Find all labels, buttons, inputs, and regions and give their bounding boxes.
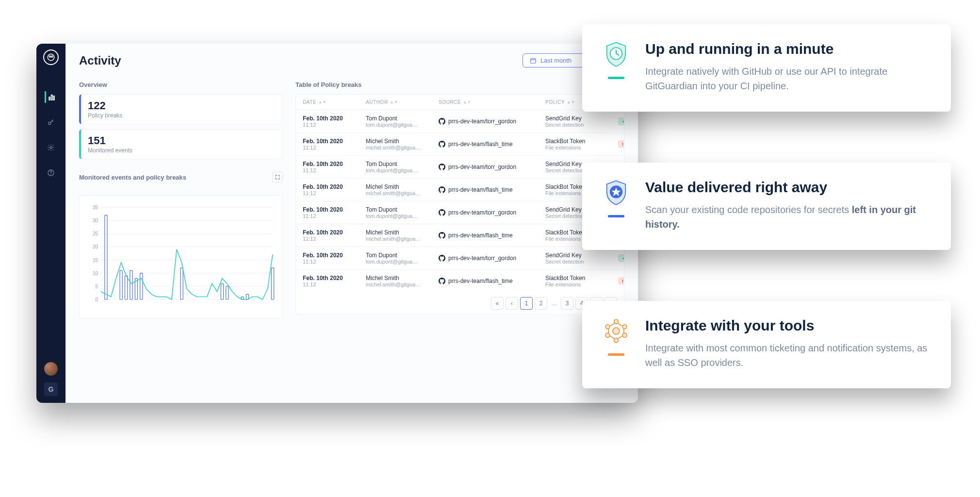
svg-point-43	[622, 325, 627, 329]
page-title: Activity	[79, 54, 121, 67]
table-row[interactable]: Feb. 10th 202011:12Tom Duponttom.dupont@…	[296, 247, 624, 270]
svg-rect-3	[49, 97, 50, 100]
table-row[interactable]: Feb. 10th 202011:12Michel Smithmichel.sm…	[296, 270, 624, 292]
period-label: Last month	[540, 57, 572, 64]
table-row[interactable]: Feb. 10th 202011:12Tom Duponttom.dupont@…	[296, 201, 624, 224]
cell-author: Michel Smithmichel.smith@gitgua…	[366, 275, 434, 287]
feature-body: Integrate with most common ticketing and…	[645, 341, 931, 370]
svg-rect-35	[226, 286, 229, 299]
table-title: Table of Policy breaks	[295, 81, 624, 88]
cell-policy: SlackBot TokenFile extensions	[545, 275, 613, 287]
feature-card-value: Value delivered right away Scan your exi…	[582, 163, 951, 250]
table-row[interactable]: Feb. 10th 202011:12Michel Smithmichel.sm…	[296, 179, 624, 201]
cell-date: Feb. 10th 202011:12	[303, 275, 361, 287]
svg-rect-29	[125, 276, 127, 299]
integration-icon	[603, 317, 630, 345]
pagination-button[interactable]: «	[491, 297, 504, 310]
github-icon	[439, 278, 445, 284]
svg-text:30: 30	[93, 218, 98, 223]
svg-point-41	[613, 328, 620, 334]
cell-policy: SendGrid KeySecret detection	[545, 115, 613, 128]
svg-text:10: 10	[93, 271, 98, 276]
feature-card-setup: Up and running in a minute Integrate nat…	[582, 24, 951, 112]
feature-underline	[608, 353, 624, 356]
svg-point-1	[49, 56, 50, 57]
cell-date: Feb. 10th 202011:12	[303, 183, 361, 196]
svg-rect-28	[120, 270, 122, 299]
table-row[interactable]: Feb. 10th 202011:12Michel Smithmichel.sm…	[296, 133, 624, 156]
app-logo[interactable]	[43, 50, 59, 65]
table-row[interactable]: Feb. 10th 202011:12Tom Duponttom.dupont@…	[296, 110, 624, 133]
calendar-icon	[530, 57, 537, 64]
expand-chart-button[interactable]	[272, 172, 283, 182]
svg-point-47	[605, 325, 610, 329]
cell-author: Tom Duponttom.dupont@gitgua…	[366, 252, 434, 265]
cell-source: prrs-dev-team/torr_gordon	[439, 209, 540, 216]
pagination-button[interactable]: 2	[535, 297, 547, 310]
stat-monitored-events[interactable]: 151 Monitored events	[79, 129, 283, 159]
cell-policy: SendGrid KeySecret detection	[545, 252, 613, 265]
svg-point-44	[622, 333, 627, 337]
stat-policy-breaks[interactable]: 122 Policy breaks	[79, 94, 283, 124]
github-icon	[439, 255, 445, 262]
pagination-button[interactable]: 1	[520, 297, 533, 310]
nav-help-icon[interactable]	[45, 167, 57, 179]
star-shield-icon	[603, 179, 630, 206]
policy-breaks-table: DATE ▲▼AUTHOR ▲▼SOURCE ▲▼POLICY ▲▼STATUS…	[295, 94, 624, 315]
cell-author: Michel Smithmichel.smith@gitgua…	[366, 229, 434, 242]
stat-value: 151	[88, 134, 276, 147]
svg-rect-38	[271, 268, 274, 299]
nav-settings-icon[interactable]	[45, 142, 57, 153]
cell-date: Feb. 10th 202011:12	[303, 206, 361, 219]
cell-status: ✓ RESOLVED	[618, 117, 624, 125]
column-header[interactable]: SOURCE ▲▼	[439, 99, 540, 105]
nav-key-icon[interactable]	[45, 116, 57, 128]
table-row[interactable]: Feb. 10th 202011:12Tom Duponttom.dupont@…	[296, 156, 624, 179]
github-icon	[439, 209, 445, 216]
feature-underline	[608, 215, 624, 217]
cell-date: Feb. 10th 202011:12	[303, 115, 361, 128]
svg-text:0: 0	[95, 297, 98, 302]
svg-rect-10	[531, 58, 536, 63]
chart-card: 05101520253035	[79, 195, 283, 318]
cell-source: prrs-dev-team/flash_time	[439, 278, 540, 284]
github-icon	[439, 164, 445, 170]
nav-activity-icon[interactable]	[45, 91, 56, 103]
svg-text:35: 35	[93, 205, 98, 210]
svg-text:20: 20	[93, 244, 98, 249]
svg-rect-5	[53, 96, 54, 100]
cell-author: Tom Duponttom.dupont@gitgua…	[366, 115, 434, 128]
pagination-button[interactable]: 3	[561, 297, 573, 310]
svg-rect-30	[130, 270, 132, 299]
cell-source: prrs-dev-team/flash_time	[439, 186, 540, 193]
feature-title: Up and running in a minute	[645, 41, 931, 57]
main-content: Activity Last month Overview 122 Policy …	[65, 44, 638, 403]
cell-date: Feb. 10th 202011:12	[303, 229, 361, 242]
feature-body: Integrate natively with GitHub or use ou…	[645, 64, 931, 93]
table-row[interactable]: Feb. 10th 202011:12Michel Smithmichel.sm…	[296, 224, 624, 247]
cell-source: prrs-dev-team/flash_time	[439, 141, 540, 148]
cell-source: prrs-dev-team/torr_gordon	[439, 164, 540, 170]
column-header[interactable]: AUTHOR ▲▼	[366, 99, 434, 105]
cell-author: Tom Duponttom.dupont@gitgua…	[366, 206, 434, 219]
user-avatar[interactable]	[44, 362, 58, 376]
dashboard-window: G Activity Last month Overview 122 Po	[36, 44, 638, 403]
column-header[interactable]: DATE ▲▼	[303, 99, 361, 105]
svg-text:25: 25	[93, 231, 98, 236]
feature-underline	[608, 77, 624, 79]
cell-status: ✓ RESOLVED	[618, 254, 624, 262]
events-chart: 05101520253035	[86, 202, 276, 309]
svg-point-42	[614, 319, 619, 324]
stat-label: Monitored events	[88, 147, 276, 154]
stat-label: Policy breaks	[88, 112, 276, 119]
org-switcher[interactable]: G	[44, 382, 58, 396]
cell-date: Feb. 10th 202011:12	[303, 252, 361, 265]
github-icon	[439, 186, 445, 193]
svg-point-2	[51, 56, 53, 57]
svg-rect-34	[221, 283, 223, 299]
pagination-button[interactable]: ‹	[506, 297, 518, 310]
cell-source: prrs-dev-team/torr_gordon	[439, 255, 540, 262]
cell-date: Feb. 10th 202011:12	[303, 161, 361, 173]
svg-point-46	[605, 333, 610, 337]
pagination-ellipsis: …	[549, 300, 559, 307]
